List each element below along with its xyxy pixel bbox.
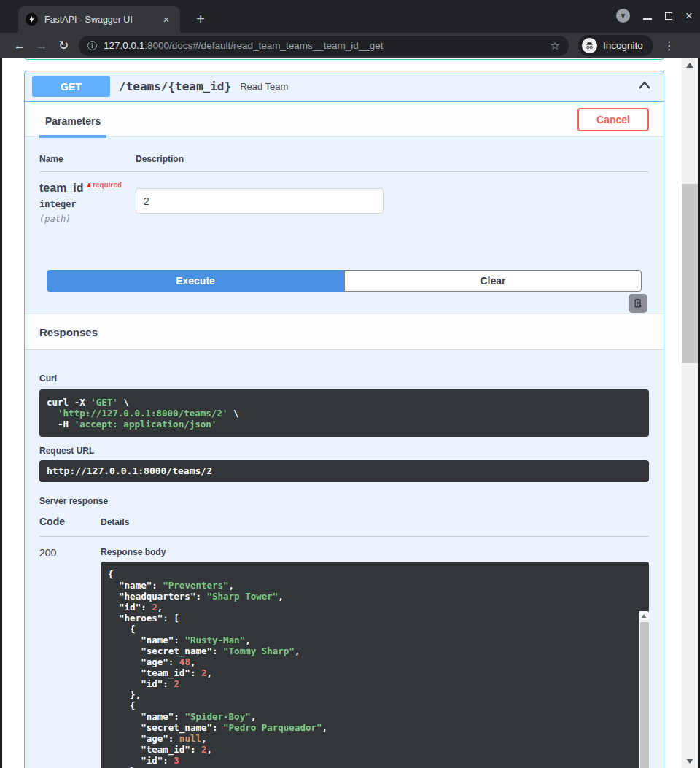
site-info-icon[interactable]: i — [88, 41, 97, 50]
collapse-chevron-icon[interactable] — [637, 79, 652, 94]
response-scrollbar-thumb[interactable] — [640, 622, 649, 768]
back-button[interactable]: ← — [9, 39, 31, 53]
url-text: 127.0.0.1:8000/docs#/default/read_team_t… — [104, 40, 546, 51]
scroll-up-icon[interactable] — [641, 614, 647, 618]
window-maximize-button[interactable] — [665, 12, 672, 20]
incognito-badge: Incognito — [578, 35, 653, 56]
window-close-button[interactable]: × — [685, 9, 693, 22]
parameter-row: team_id *required integer (path) — [39, 172, 649, 224]
browser-tabstrip: FastAPI - Swagger UI × + ▼ × — [0, 0, 700, 33]
url-host: 127.0.0.1 — [104, 40, 144, 51]
incognito-label: Incognito — [603, 40, 643, 51]
reload-button[interactable]: ↻ — [52, 38, 74, 53]
server-response-label: Server response — [39, 496, 649, 506]
response-row: 200 Response body { "name": "Preventers"… — [39, 547, 649, 768]
response-body-scrollbar[interactable] — [639, 611, 650, 768]
page-scroll-down-icon[interactable] — [686, 759, 693, 764]
bookmark-star-icon[interactable]: ☆ — [551, 39, 560, 53]
page-scrollbar-thumb[interactable] — [682, 184, 698, 363]
curl-label: Curl — [39, 373, 649, 384]
browser-update-chevron-icon[interactable]: ▼ — [616, 9, 630, 23]
browser-toolbar: ← → ↻ i 127.0.0.1:8000/docs#/default/rea… — [0, 33, 700, 58]
column-header-name: Name — [39, 154, 136, 164]
url-path: :8000/docs#/default/read_team_teams__tea… — [144, 40, 383, 51]
responses-section-header: Responses — [25, 314, 664, 350]
url-bar[interactable]: i 127.0.0.1:8000/docs#/default/read_team… — [79, 36, 569, 56]
responses-title: Responses — [39, 326, 649, 338]
opblock-summary[interactable]: GET /teams/{team_id} Read Team — [25, 71, 664, 102]
column-header-description: Description — [136, 154, 184, 164]
responses-body: Curl curl -X 'GET' \ 'http://127.0.0.1:8… — [25, 350, 664, 768]
forward-button[interactable]: → — [31, 39, 52, 53]
tab-parameters[interactable]: Parameters — [39, 115, 106, 138]
team-id-input[interactable] — [136, 188, 384, 214]
clear-button[interactable]: Clear — [344, 270, 642, 292]
tab-title: FastAPI - Swagger UI — [44, 15, 160, 25]
page-scrollbar[interactable] — [682, 58, 698, 768]
browser-tab[interactable]: FastAPI - Swagger UI × — [18, 6, 180, 33]
incognito-icon — [582, 38, 597, 53]
fastapi-favicon-icon — [26, 13, 38, 26]
page-scroll-up-icon[interactable] — [686, 63, 693, 68]
request-url-value: http://127.0.0.1:8000/teams/2 — [39, 460, 649, 482]
page-viewport: GET /teams/{team_id} Read Team Parameter… — [2, 58, 682, 768]
parameter-name: team_id *required — [39, 181, 136, 195]
required-asterisk: * — [87, 182, 91, 194]
parameters-table: Name Description team_id *required integ… — [25, 136, 664, 224]
browser-menu-icon[interactable]: ⋮ — [662, 39, 677, 53]
response-body-label: Response body — [101, 547, 649, 557]
response-body-code-block: { "name": "Preventers", "headquarters": … — [101, 562, 649, 768]
column-header-details: Details — [101, 516, 129, 527]
cancel-button[interactable]: Cancel — [578, 108, 649, 131]
new-tab-button[interactable]: + — [191, 9, 210, 28]
required-label: required — [93, 181, 122, 189]
parameters-section-header: Parameters Cancel — [25, 102, 664, 136]
http-method-badge: GET — [32, 76, 110, 97]
column-header-code: Code — [39, 516, 101, 527]
parameter-type: integer — [39, 199, 136, 209]
window-minimize-button[interactable] — [643, 18, 652, 20]
endpoint-summary: Read Team — [240, 81, 288, 92]
tab-close-icon[interactable]: × — [160, 13, 173, 26]
parameter-location: (path) — [39, 214, 136, 224]
curl-code-block: curl -X 'GET' \ 'http://127.0.0.1:8000/t… — [39, 389, 649, 437]
previous-endpoint-edge — [24, 58, 664, 60]
request-url-label: Request URL — [39, 446, 649, 456]
status-code: 200 — [39, 547, 101, 768]
copy-to-clipboard-button[interactable] — [629, 294, 648, 313]
endpoint-path: /teams/{team_id} — [119, 79, 231, 93]
get-teams-opblock: GET /teams/{team_id} Read Team Parameter… — [24, 71, 664, 768]
execute-button[interactable]: Execute — [47, 270, 344, 292]
